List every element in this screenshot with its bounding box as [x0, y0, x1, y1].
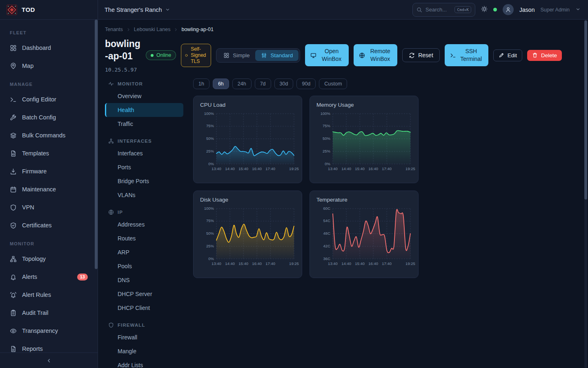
monitor-icon: [310, 52, 316, 58]
subnav-item-health[interactable]: Health: [105, 103, 183, 117]
subnav-item-vlans[interactable]: VLANs: [105, 188, 183, 202]
view-toggle-standard[interactable]: Standard: [255, 50, 298, 61]
shield-icon: [108, 322, 114, 328]
subnav-item-addr-lists[interactable]: Addr Lists: [105, 358, 183, 368]
svg-text:42C: 42C: [323, 244, 331, 248]
ssh-terminal-button[interactable]: SSH Terminal: [445, 44, 488, 66]
search-icon: [416, 7, 422, 13]
user-menu-chevron[interactable]: [575, 6, 581, 13]
layers-icon: [10, 132, 17, 139]
breadcrumb-tenant[interactable]: Lebowski Lanes: [134, 27, 171, 32]
subnav-item-dhcp-server[interactable]: DHCP Server: [105, 287, 183, 301]
range-custom[interactable]: Custom: [319, 79, 347, 89]
svg-text:36C: 36C: [323, 256, 331, 261]
tls-warning-badge: Self-Signed TLS: [181, 44, 211, 67]
sidebar-item-templates[interactable]: Templates: [0, 144, 98, 162]
calendar-icon: [10, 186, 17, 193]
tod-logo-icon: [7, 4, 17, 15]
sidebar-scrollbar[interactable]: [95, 20, 98, 269]
sidebar-item-certificates[interactable]: Certificates: [0, 216, 98, 234]
sidebar-item-firmware[interactable]: Firmware: [0, 162, 98, 180]
subnav-item-dhcp-client[interactable]: DHCP Client: [105, 301, 183, 315]
subnav-item-arp[interactable]: ARP: [105, 245, 183, 259]
chart-memory-usage: 0%25%50%75%100%13:4014:4015:4016:4017:40…: [316, 111, 412, 173]
svg-text:0%: 0%: [208, 162, 214, 166]
range-24h[interactable]: 24h: [232, 79, 252, 89]
svg-text:13:40: 13:40: [328, 166, 338, 171]
sidebar-item-audit-trail[interactable]: Audit Trail: [0, 304, 98, 322]
range-90d[interactable]: 90d: [296, 79, 316, 89]
theme-toggle-button[interactable]: [481, 6, 488, 14]
sidebar-item-label: Templates: [22, 150, 49, 157]
svg-text:13:40: 13:40: [212, 166, 221, 171]
subnav-section-interfaces: INTERFACES InterfacesPortsBridge PortsVL…: [105, 136, 183, 202]
svg-text:16:40: 16:40: [368, 261, 378, 266]
svg-text:14:40: 14:40: [341, 166, 351, 171]
main-scrollbar[interactable]: [584, 20, 587, 200]
range-6h[interactable]: 6h: [213, 79, 229, 89]
subnav-item-pools[interactable]: Pools: [105, 259, 183, 273]
chart-card-memory-usage: Memory Usage 0%25%50%75%100%13:4014:4015…: [310, 96, 419, 183]
subnav-item-overview[interactable]: Overview: [105, 89, 183, 103]
sidebar-section-label: FLEET: [0, 29, 98, 36]
open-winbox-button[interactable]: Open WinBox: [305, 44, 349, 66]
subnav-item-addresses[interactable]: Addresses: [105, 218, 183, 231]
svg-text:16:40: 16:40: [368, 166, 378, 171]
user-avatar[interactable]: [503, 4, 514, 15]
subnav-item-interfaces[interactable]: Interfaces: [105, 146, 183, 160]
chart-disk-usage: 0%25%50%75%100%13:4014:4015:4016:4017:40…: [200, 206, 296, 267]
subnav-section-label: INTERFACES: [105, 136, 183, 146]
sidebar-collapse-button[interactable]: [0, 352, 98, 368]
subnav-item-traffic[interactable]: Traffic: [105, 117, 183, 131]
sidebar-item-vpn[interactable]: VPN: [0, 198, 98, 216]
delete-button[interactable]: Delete: [527, 50, 562, 61]
sidebar-item-dashboard[interactable]: Dashboard: [0, 39, 98, 57]
subnav-item-ports[interactable]: Ports: [105, 160, 183, 174]
reset-button[interactable]: Reset: [402, 48, 440, 62]
range-1h[interactable]: 1h: [193, 79, 209, 89]
sidebar-item-topology[interactable]: Topology: [0, 250, 98, 268]
sidebar-item-label: Alerts: [22, 274, 37, 280]
sidebar-item-alerts[interactable]: Alerts 13: [0, 268, 98, 286]
svg-text:19:25: 19:25: [289, 261, 299, 266]
subnav-item-mangle[interactable]: Mangle: [105, 344, 183, 358]
device-subnav: MONITOR OverviewHealthTraffic INTERFACES…: [105, 79, 183, 368]
brand-name: TOD: [22, 6, 35, 13]
svg-text:50%: 50%: [206, 136, 214, 141]
view-mode-toggle: Simple Standard: [216, 48, 300, 63]
bell-icon: [10, 274, 17, 280]
subnav-item-dns[interactable]: DNS: [105, 273, 183, 287]
sidebar-item-bulk-commands[interactable]: Bulk Commands: [0, 126, 98, 144]
range-7d[interactable]: 7d: [255, 79, 271, 89]
wrench-icon: [10, 114, 17, 121]
edit-button[interactable]: Edit: [493, 49, 522, 61]
breadcrumb-tenants[interactable]: Tenants: [105, 27, 123, 32]
tenant-switcher[interactable]: The Stranger's Ranch: [98, 7, 177, 13]
chevron-down-icon: [575, 7, 581, 12]
sidebar-nav: FLEET Dashboard Map MANAGE Config Editor…: [0, 20, 98, 358]
sidebar-item-alert-rules[interactable]: Alert Rules: [0, 286, 98, 304]
sidebar-item-config-editor[interactable]: Config Editor: [0, 90, 98, 108]
svg-text:15:40: 15:40: [238, 166, 248, 171]
subnav-item-routes[interactable]: Routes: [105, 231, 183, 245]
sidebar-item-label: Audit Trail: [22, 310, 48, 316]
view-toggle-simple[interactable]: Simple: [218, 50, 255, 61]
search-shortcut-kbd: Cmd+K: [454, 6, 471, 13]
subnav-item-firewall[interactable]: Firewall: [105, 330, 183, 344]
sidebar-item-batch-config[interactable]: Batch Config: [0, 108, 98, 126]
global-search[interactable]: Cmd+K: [412, 3, 475, 17]
chart-card-temperature: Temperature 36C42C48C54C60C13:4014:4015:…: [310, 191, 419, 278]
subnav-item-bridge-ports[interactable]: Bridge Ports: [105, 174, 183, 188]
svg-text:54C: 54C: [323, 218, 331, 223]
sidebar-item-transparency[interactable]: Transparency: [0, 322, 98, 340]
range-30d[interactable]: 30d: [274, 79, 294, 89]
svg-text:0%: 0%: [325, 162, 330, 166]
app-logo[interactable]: TOD: [0, 0, 98, 19]
remote-winbox-button[interactable]: Remote WinBox: [354, 44, 397, 66]
search-input[interactable]: [425, 7, 451, 13]
svg-text:13:40: 13:40: [212, 261, 221, 266]
svg-text:75%: 75%: [323, 123, 331, 128]
sidebar-item-maintenance[interactable]: Maintenance: [0, 180, 98, 198]
sidebar-item-map[interactable]: Map: [0, 57, 98, 75]
subnav-section-ip: IP AddressesRoutesARPPoolsDNSDHCP Server…: [105, 207, 183, 315]
